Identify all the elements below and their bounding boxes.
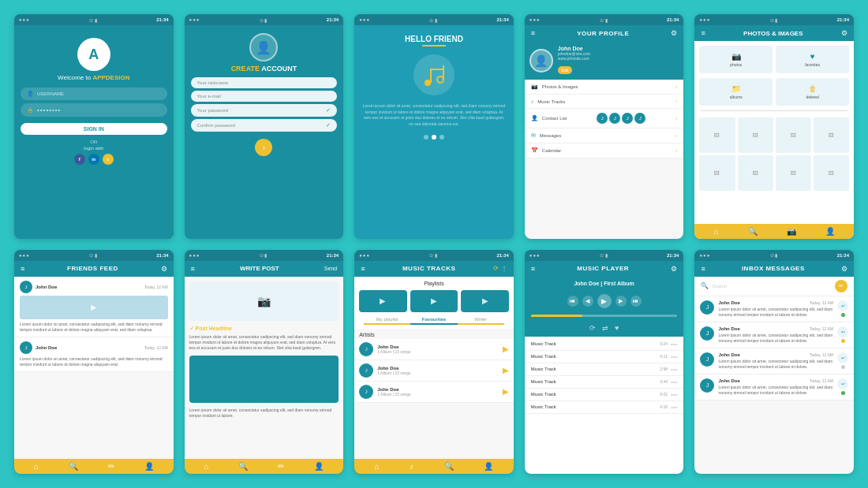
hamburger-icon[interactable]: ≡ <box>701 265 705 273</box>
deleted-card[interactable]: 🗑 deleted <box>776 78 849 106</box>
playlist-card-1[interactable]: ▶ <box>359 290 407 312</box>
thumb-6[interactable]: 🖼 <box>738 155 773 191</box>
hamburger-icon[interactable]: ≡ <box>701 29 705 37</box>
search-icon[interactable]: 🔍 <box>69 462 78 471</box>
confirm-input[interactable]: Confirm password ✓ <box>191 119 338 132</box>
compose-button[interactable]: ✏ <box>835 280 847 292</box>
profile-avatar-upload[interactable]: 👤 <box>249 33 278 61</box>
send-button[interactable]: Send <box>324 266 337 271</box>
play-pause-button[interactable]: ▶ <box>597 294 612 308</box>
user-bottom-icon[interactable]: 👤 <box>825 227 835 236</box>
search-bottom-icon[interactable]: 🔍 <box>444 462 454 471</box>
twitter-button[interactable]: t <box>103 154 114 165</box>
playlist-card-2[interactable]: ▶ <box>410 290 458 312</box>
tab-myplaylist[interactable]: My playlist <box>364 315 410 323</box>
menu-music[interactable]: ♪ Music Tracks › <box>525 95 684 109</box>
thumb-8[interactable]: 🖼 <box>814 155 849 191</box>
menu-contacts[interactable]: 👤 Contact List J J J J › <box>525 109 684 129</box>
shuffle-icon[interactable]: ⟳ <box>493 265 499 272</box>
email-input[interactable]: Your e-mail <box>191 91 338 102</box>
settings-icon[interactable]: ⚙ <box>841 265 847 273</box>
track-more-1[interactable]: ••• <box>671 341 677 348</box>
artist-play-1[interactable]: ▶ <box>503 345 509 353</box>
reply-button-3[interactable]: ↩ <box>837 352 848 363</box>
signin-button[interactable]: SIGN IN <box>21 123 167 135</box>
search-icon[interactable]: 🔍 <box>238 462 248 471</box>
password-input[interactable]: Your password ✓ <box>191 104 338 117</box>
home-icon[interactable]: ⌂ <box>34 462 39 471</box>
progress-bar[interactable] <box>531 315 678 317</box>
img-icon: 🖼 <box>714 132 720 138</box>
track-more-4[interactable]: ••• <box>671 378 677 386</box>
photos-card[interactable]: 📷 photos <box>699 46 773 73</box>
post-image-upload[interactable]: 📷 <box>189 281 339 321</box>
reply-button-2[interactable]: ↩ <box>837 326 848 337</box>
hamburger-icon[interactable]: ≡ <box>531 265 535 273</box>
menu-calendar[interactable]: 📅 Calendar › <box>525 143 684 158</box>
reply-button-4[interactable]: ↩ <box>837 378 848 389</box>
user-icon[interactable]: 👤 <box>314 462 324 471</box>
tab-favourites[interactable]: Favourites <box>410 315 457 325</box>
thumb-5[interactable]: 🖼 <box>699 155 735 191</box>
home-icon[interactable]: ⌂ <box>714 227 719 236</box>
artist-play-3[interactable]: ▶ <box>503 387 509 396</box>
skip-forward-button[interactable]: ⏭ <box>630 296 642 307</box>
facebook-button[interactable]: f <box>74 154 85 165</box>
settings-icon[interactable]: ⚙ <box>671 265 677 273</box>
nickname-input[interactable]: Your nickname <box>191 77 338 88</box>
settings-icon[interactable]: ⚙ <box>841 29 847 37</box>
prev-button[interactable]: ◀ <box>582 296 593 307</box>
hamburger-icon[interactable]: ≡ <box>191 265 195 273</box>
post-body-text[interactable]: Lorem ipsum dolor sit amet, consectetur … <box>189 334 339 351</box>
favorites-card[interactable]: ♥ favorites <box>776 46 849 73</box>
music-bottom-icon[interactable]: ♪ <box>410 462 413 471</box>
hamburger-icon[interactable]: ≡ <box>531 29 535 37</box>
artist-play-2[interactable]: ▶ <box>503 366 509 374</box>
user-bottom-icon[interactable]: 👤 <box>484 462 493 471</box>
thumb-4[interactable]: 🖼 <box>814 117 849 153</box>
track-more-3[interactable]: ••• <box>671 366 677 373</box>
post-headline[interactable]: ✓ Post Headline <box>189 326 339 332</box>
edit-profile-button[interactable]: Edit <box>558 66 573 74</box>
dot-2[interactable] <box>432 135 436 140</box>
next-button[interactable]: ▶ <box>615 296 627 307</box>
repeat-icon[interactable]: ⟳ <box>589 324 596 332</box>
track-more-2[interactable]: ••• <box>671 353 677 360</box>
track-more-6[interactable]: ••• <box>671 404 677 411</box>
password-field[interactable]: 🔒 •••••••• <box>21 103 167 117</box>
menu-photos[interactable]: 📷 Photos & Images › <box>525 80 684 95</box>
hamburger-icon[interactable]: ≡ <box>21 265 24 273</box>
reply-button-1[interactable]: ↩ <box>837 300 848 311</box>
more-icon[interactable]: ⋮ <box>501 265 507 272</box>
user-icon[interactable]: 👤 <box>144 462 154 471</box>
linkedin-button[interactable]: in <box>88 154 99 165</box>
track-more-5[interactable]: ••• <box>671 391 677 398</box>
edit-icon[interactable]: ✏ <box>278 462 284 471</box>
playlist-card-3[interactable]: ▶ <box>461 290 509 312</box>
home-icon[interactable]: ⌂ <box>204 462 209 471</box>
albums-card[interactable]: 📁 albums <box>699 78 773 106</box>
skip-back-button[interactable]: ⏮ <box>567 296 578 307</box>
thumb-1[interactable]: 🖼 <box>699 117 735 153</box>
thumb-3[interactable]: 🖼 <box>776 117 811 153</box>
search-icon[interactable]: 🔍 <box>748 227 758 236</box>
settings-icon[interactable]: ⚙ <box>671 29 677 37</box>
home-icon[interactable]: ⌂ <box>375 462 380 471</box>
shuffle-icon[interactable]: ⇌ <box>602 324 608 332</box>
settings-icon[interactable]: ⚙ <box>161 265 167 273</box>
screen-create-account: ●●● ⊙ ▮ 21:34 👤 CREATE ACCOUNT Your nick… <box>185 14 344 239</box>
tab-writer[interactable]: Writer <box>458 315 504 323</box>
next-button[interactable]: › <box>255 139 272 156</box>
image-upload-icon: 📷 <box>257 295 271 307</box>
menu-messages[interactable]: ✉ Messages › <box>525 129 684 143</box>
write-icon[interactable]: ✏ <box>108 462 114 471</box>
thumb-2[interactable]: 🖼 <box>738 117 773 153</box>
thumb-7[interactable]: 🖼 <box>776 155 811 191</box>
play-icon-1[interactable]: ▶ <box>91 303 97 311</box>
camera-bottom-icon[interactable]: 📷 <box>787 227 796 236</box>
heart-icon[interactable]: ♥ <box>615 324 619 332</box>
username-field[interactable]: 👤 USERNAME <box>21 88 167 100</box>
hamburger-icon[interactable]: ≡ <box>361 265 365 273</box>
dot-1[interactable] <box>424 135 428 140</box>
dot-3[interactable] <box>440 135 444 140</box>
